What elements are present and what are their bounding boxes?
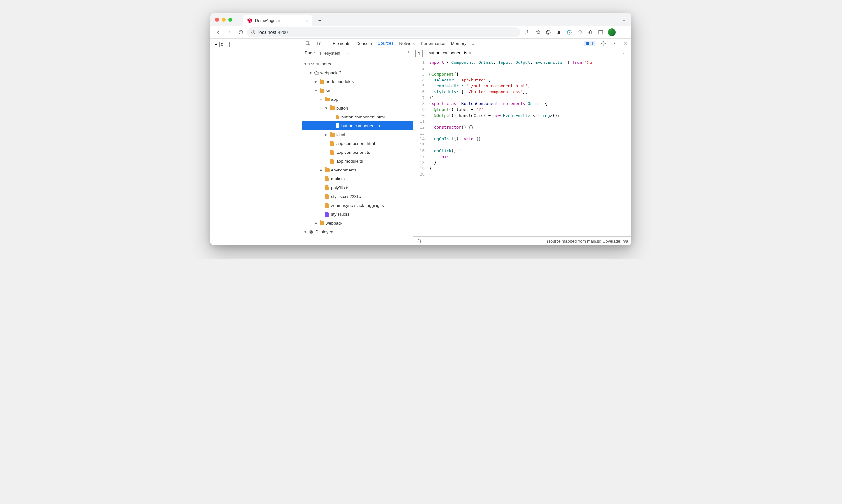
counter-value: 0 bbox=[220, 42, 225, 47]
tree-label-folder[interactable]: ▶label bbox=[302, 130, 413, 139]
tree-app[interactable]: ▼app bbox=[302, 95, 413, 104]
content-row: + 0 - Elements Console Sources Network P… bbox=[211, 39, 631, 246]
show-debugger-icon[interactable] bbox=[619, 50, 626, 57]
code-icon: </> bbox=[309, 61, 314, 67]
editor-tab-close-icon[interactable]: × bbox=[469, 50, 472, 56]
devtools-tabs-more-icon[interactable]: » bbox=[472, 39, 475, 49]
editor-tab[interactable]: button.component.ts × bbox=[426, 49, 474, 58]
minimize-window-button[interactable] bbox=[222, 18, 226, 22]
file-icon bbox=[324, 185, 330, 191]
show-navigator-icon[interactable] bbox=[415, 50, 423, 57]
editor-pane: button.component.ts × 123456789101112131… bbox=[413, 49, 631, 246]
editor-status-bar: {} (source mapped from main.js) Coverage… bbox=[413, 236, 631, 246]
file-icon bbox=[324, 194, 330, 199]
tree-main-ts[interactable]: main.ts bbox=[302, 175, 413, 183]
new-tab-button[interactable]: + bbox=[315, 16, 324, 25]
navigator-tabs-more-icon[interactable]: » bbox=[347, 49, 349, 58]
tree-polyfills[interactable]: polyfills.ts bbox=[302, 183, 413, 192]
devtools-tab-elements[interactable]: Elements bbox=[332, 39, 351, 49]
navigator-tab-page[interactable]: Page bbox=[305, 49, 315, 58]
tab-close-icon[interactable]: × bbox=[305, 18, 308, 23]
editor-tab-label: button.component.ts bbox=[429, 50, 467, 55]
forward-button[interactable] bbox=[225, 28, 234, 37]
folder-icon bbox=[324, 97, 330, 102]
tree-deployed[interactable]: ▼Deployed bbox=[302, 228, 413, 236]
separator bbox=[327, 40, 327, 47]
pretty-print-icon[interactable]: {} bbox=[417, 238, 422, 244]
angular-icon bbox=[247, 18, 252, 23]
tree-zone[interactable]: zone-async-stack-tagging.ts bbox=[302, 201, 413, 210]
issues-pill[interactable]: 1 bbox=[584, 41, 595, 46]
toolbar-icons bbox=[522, 29, 628, 36]
counter-plus-button[interactable]: + bbox=[213, 42, 220, 47]
tab-list-chevron-icon[interactable] bbox=[622, 18, 626, 24]
file-icon bbox=[330, 159, 335, 164]
extension-icon-3[interactable] bbox=[566, 29, 573, 36]
tree-node-modules[interactable]: ▶node_modules bbox=[302, 77, 413, 86]
devtools-tab-performance[interactable]: Performance bbox=[420, 39, 446, 49]
svg-point-12 bbox=[623, 32, 623, 32]
svg-rect-18 bbox=[588, 42, 588, 43]
chrome-menu-icon[interactable] bbox=[620, 29, 626, 36]
counter-minus-button[interactable]: - bbox=[225, 42, 230, 47]
tree-app-ts[interactable]: app.component.ts bbox=[302, 148, 413, 157]
devtools-tab-memory[interactable]: Memory bbox=[450, 39, 467, 49]
tree-button-ts[interactable]: button.component.ts bbox=[302, 122, 413, 130]
source-map-link[interactable]: main.js bbox=[587, 239, 600, 244]
tree-environments[interactable]: ▶environments bbox=[302, 166, 413, 175]
reload-button[interactable] bbox=[236, 28, 245, 37]
side-panel-icon[interactable] bbox=[597, 29, 604, 36]
tree-button-folder[interactable]: ▼button bbox=[302, 104, 413, 112]
tree-button-html[interactable]: button.component.html bbox=[302, 112, 413, 122]
devtools-top-bar: Elements Console Sources Network Perform… bbox=[302, 39, 631, 49]
navigator-tab-filesystem[interactable]: Filesystem bbox=[320, 49, 340, 58]
device-toolbar-icon[interactable] bbox=[316, 40, 322, 47]
navigator-menu-icon[interactable] bbox=[406, 50, 411, 56]
code-area[interactable]: 1234567891011121314151617181920 import {… bbox=[413, 58, 631, 236]
profile-avatar[interactable] bbox=[608, 29, 616, 36]
tree-app-module[interactable]: app.module.ts bbox=[302, 157, 413, 166]
devtools-tab-console[interactable]: Console bbox=[356, 39, 373, 49]
source-map-text: (source mapped from bbox=[547, 239, 587, 244]
navigator-tabs: Page Filesystem » bbox=[302, 49, 413, 58]
bookmark-star-icon[interactable] bbox=[535, 29, 541, 36]
devtools-tab-sources[interactable]: Sources bbox=[377, 39, 394, 49]
tree-styles-q[interactable]: styles.css?231c bbox=[302, 192, 413, 201]
inspect-element-icon[interactable] bbox=[305, 40, 311, 47]
issues-icon bbox=[586, 41, 590, 46]
extensions-puzzle-icon[interactable] bbox=[576, 29, 583, 36]
devtools-menu-icon[interactable] bbox=[611, 40, 618, 47]
info-icon bbox=[251, 30, 256, 35]
svg-rect-19 bbox=[588, 44, 588, 44]
tree-webpack-folder[interactable]: ▶webpack bbox=[302, 219, 413, 228]
devtools-settings-icon[interactable] bbox=[600, 40, 607, 47]
devtools-tab-network[interactable]: Network bbox=[399, 39, 416, 49]
counter-widget: + 0 - bbox=[213, 41, 230, 47]
browser-tab[interactable]: DemoAngular × bbox=[243, 15, 312, 26]
browser-tab-title: DemoAngular bbox=[255, 18, 280, 23]
extension-icon-1[interactable] bbox=[545, 29, 552, 36]
tree-src[interactable]: ▼src bbox=[302, 86, 413, 95]
share-icon[interactable] bbox=[524, 29, 531, 36]
extension-icon-2[interactable] bbox=[556, 29, 562, 36]
tree-styles[interactable]: styles.css bbox=[302, 210, 413, 219]
url-field[interactable]: localhost:4200 bbox=[247, 28, 520, 37]
coverage-text: ) Coverage: n/a bbox=[600, 239, 628, 244]
file-icon bbox=[324, 203, 330, 208]
sources-navigator: Page Filesystem » ▼</>Authored ▼webpack:… bbox=[302, 49, 413, 246]
maximize-window-button[interactable] bbox=[228, 18, 232, 22]
tree-app-html[interactable]: app.component.html bbox=[302, 139, 413, 148]
tree-authored[interactable]: ▼</>Authored bbox=[302, 59, 413, 68]
file-icon bbox=[324, 212, 330, 217]
devtools-close-icon[interactable] bbox=[622, 40, 629, 47]
tree-webpack[interactable]: ▼webpack:// bbox=[302, 68, 413, 77]
folder-icon bbox=[319, 88, 324, 93]
svg-point-6 bbox=[557, 31, 560, 33]
url-port: :4200 bbox=[276, 30, 288, 35]
svg-point-24 bbox=[408, 51, 409, 52]
back-button[interactable] bbox=[214, 28, 223, 37]
svg-point-26 bbox=[408, 54, 409, 54]
svg-point-11 bbox=[623, 31, 623, 31]
close-window-button[interactable] bbox=[215, 18, 219, 22]
extension-icon-4[interactable] bbox=[587, 29, 593, 36]
